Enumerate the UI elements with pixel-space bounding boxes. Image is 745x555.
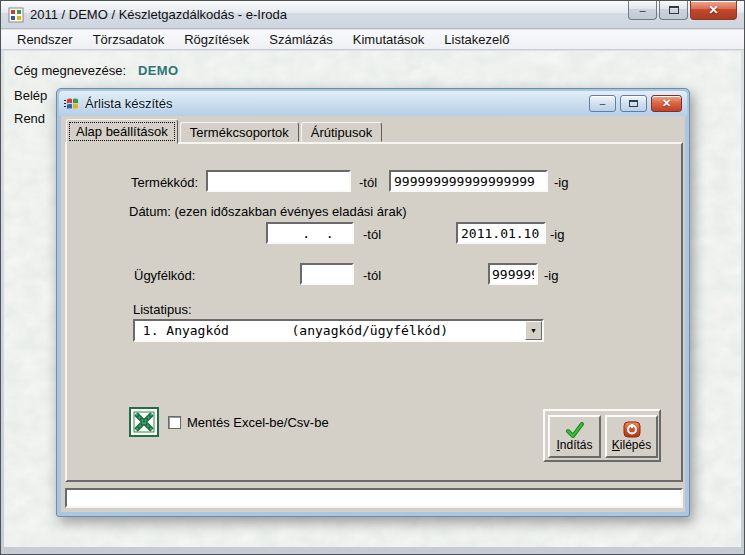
minimize-icon: – [639,5,645,16]
minimize-button[interactable]: – [628,1,657,20]
close-button[interactable]: ✕ [690,1,737,20]
kilepes-button[interactable]: Kilépés [605,415,658,458]
excel-checkbox[interactable] [168,416,181,429]
termekkod-label: Termékkód: [131,175,198,190]
ugyfelkod-from-input[interactable] [300,263,354,285]
tab-termekcsoportok[interactable]: Termékcsoportok [180,122,299,142]
dialog-client-area: Alap beállítások Termékcsoportok Árútipu… [61,116,685,512]
main-window: 2011 / DEMO / Készletgazdálkodás - e-Iro… [0,0,745,555]
menu-item-rendszer[interactable]: Rendszer [7,30,83,49]
close-icon: ✕ [662,98,671,109]
dialog-status-bar [65,488,683,508]
inditas-button-label: Indítás [556,439,592,452]
arlista-dialog: Árlista készítés – ✕ Alap beállítások Te… [56,88,690,517]
ugyfelkod-label: Ügyfélkód: [134,268,195,283]
datum-to-input[interactable] [456,222,546,244]
termekkod-to-suffix: -ig [554,175,568,190]
windows-logo-icon [64,96,80,112]
termekkod-to-input[interactable] [389,170,548,192]
clipped-label-rend: Rend [14,111,45,126]
listatipus-dropdown[interactable]: 1. Anyagkód (anyagkód/ügyfélkód) ▼ [133,319,544,342]
chevron-down-icon: ▼ [530,327,537,334]
menu-item-rogzitesek[interactable]: Rögzítések [174,30,259,49]
power-icon [623,421,641,438]
dialog-title: Árlista készítés [85,96,172,111]
company-name-label: Cég megnevezése: [14,63,126,78]
tab-alap-beallitasok[interactable]: Alap beállítások [66,119,178,144]
app-icon [8,7,24,23]
window-title: 2011 / DEMO / Készletgazdálkodás - e-Iro… [30,7,287,22]
listatipus-selected-option: 1. Anyagkód (anyagkód/ügyfélkód) [135,321,525,340]
close-icon: ✕ [708,4,718,16]
menu-item-szamlazas[interactable]: Számlázás [259,30,343,49]
dialog-minimize-button[interactable]: – [589,95,616,112]
menu-bar: Rendszer Törzsadatok Rögzítések Számlázá… [1,30,744,50]
ugyfelkod-to-suffix: -ig [544,268,558,283]
maximize-icon [669,6,679,14]
excel-checkbox-label: Mentés Excel-be/Csv-be [187,415,329,430]
dropdown-arrow-button[interactable]: ▼ [525,321,542,340]
maximize-icon [629,100,638,107]
datum-label: Dátum: (ezen időszakban évényes eladási … [129,204,406,219]
dialog-titlebar[interactable]: Árlista készítés – ✕ [59,91,687,116]
ugyfelkod-from-suffix: -tól [363,268,381,283]
minimize-icon: – [600,99,606,109]
termekkod-from-suffix: -tól [359,175,377,190]
tab-strip: Alap beállítások Termékcsoportok Árútipu… [66,119,384,142]
datum-to-suffix: -ig [550,227,564,242]
menu-item-torzsadatok[interactable]: Törzsadatok [83,30,175,49]
tab-arutipusok[interactable]: Árútipusok [301,122,382,142]
inditas-button[interactable]: Indítás [548,415,601,458]
datum-from-input[interactable] [266,222,354,244]
company-name-value: DEMO [138,63,179,78]
dialog-close-button[interactable]: ✕ [651,95,682,112]
main-window-controls: – ✕ [628,1,737,20]
action-button-panel: Indítás [543,409,661,462]
listatipus-label: Listatipus: [133,302,192,317]
menu-item-listakezelo[interactable]: Listakezelő [434,30,519,49]
datum-from-suffix: -tól [363,227,381,242]
check-icon [565,422,585,438]
menu-item-kimutatasok[interactable]: Kimutatások [343,30,435,49]
termekkod-from-input[interactable] [206,170,351,192]
dialog-window-controls: – ✕ [589,95,682,112]
clipped-label-belep: Belép [14,88,47,103]
maximize-button[interactable] [659,1,688,20]
dialog-maximize-button[interactable] [620,95,647,112]
kilepes-button-label: Kilépés [612,439,651,452]
excel-icon [129,407,159,437]
ugyfelkod-to-input[interactable] [488,263,538,285]
tab-page-alap-beallitasok: Termékkód: -tól -ig Dátum: (ezen időszak… [65,142,683,482]
